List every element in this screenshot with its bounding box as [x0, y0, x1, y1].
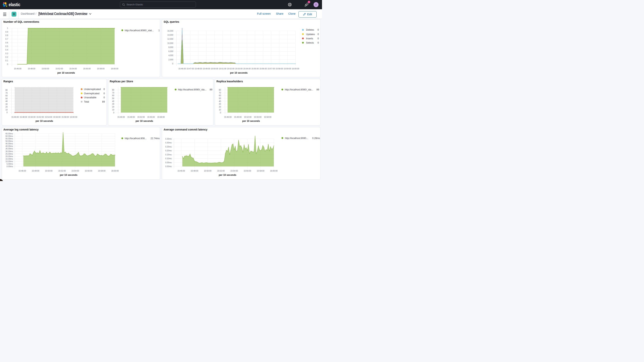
svg-text:30: 30 [6, 103, 8, 105]
svg-text:15:52:00: 15:52:00 [56, 68, 63, 70]
svg-text:8,000: 8,000 [168, 46, 173, 48]
svg-text:40.00ms: 40.00ms [6, 145, 13, 147]
svg-text:http://localhost:8080...: http://localhost:8080... [285, 137, 308, 140]
svg-text:15:52:00: 15:52:00 [244, 116, 252, 118]
svg-text:15:47:00: 15:47:00 [186, 68, 194, 70]
svg-text:10,000: 10,000 [167, 42, 173, 44]
svg-text:5.00ms: 5.00ms [6, 163, 13, 165]
svg-text:55.00ms: 55.00ms [6, 138, 13, 140]
svg-text:16:00:00: 16:00:00 [70, 116, 77, 118]
svg-text:0: 0 [172, 63, 173, 65]
svg-text:0.3: 0.3 [6, 52, 8, 54]
svg-text:15:48:00: 15:48:00 [194, 68, 202, 70]
svg-text:15:55:00: 15:55:00 [254, 116, 262, 118]
svg-text:15:46:00: 15:46:00 [18, 170, 26, 172]
svg-text:14,000: 14,000 [167, 34, 173, 36]
svg-text:15:49:00: 15:49:00 [234, 116, 242, 118]
svg-text:45.00ms: 45.00ms [6, 143, 13, 145]
svg-text:http://localhost:8080/_sta...: http://localhost:8080/_sta... [285, 88, 313, 91]
svg-text:20: 20 [112, 106, 114, 108]
svg-text:Selects: Selects [306, 42, 314, 44]
svg-text:15:56:00: 15:56:00 [259, 68, 267, 70]
svg-text:15:52:00: 15:52:00 [227, 68, 234, 70]
svg-text:80: 80 [219, 89, 221, 91]
svg-text:Number of SQL connections: Number of SQL connections [4, 20, 39, 23]
svg-text:60: 60 [112, 94, 114, 96]
svg-text:0.00ms: 0.00ms [165, 166, 172, 168]
svg-text:per 10 seconds: per 10 seconds [60, 174, 77, 176]
svg-text:per 10 seconds: per 10 seconds [219, 174, 236, 176]
svg-text:89: 89 [102, 100, 105, 103]
svg-text:15:58:00: 15:58:00 [257, 170, 264, 172]
svg-text:15:58:00: 15:58:00 [62, 116, 69, 118]
svg-text:0.10ms: 0.10ms [165, 158, 172, 160]
svg-text:15:54:00: 15:54:00 [230, 170, 238, 172]
svg-text:15:52:00: 15:52:00 [36, 116, 44, 118]
svg-text:80: 80 [6, 89, 8, 91]
svg-text:0.7: 0.7 [6, 38, 8, 40]
svg-text:Underreplicated: Underreplicated [84, 88, 101, 90]
svg-text:15:57:00: 15:57:00 [268, 68, 275, 70]
svg-text:per 10 seconds: per 10 seconds [36, 120, 53, 122]
svg-text:15:56:00: 15:56:00 [83, 68, 90, 70]
svg-text:15:46:00: 15:46:00 [14, 68, 22, 70]
svg-text:70: 70 [219, 92, 221, 94]
svg-text:0: 0 [104, 88, 105, 90]
svg-text:1: 1 [158, 29, 160, 32]
svg-text:0.6: 0.6 [6, 42, 8, 44]
svg-text:0.9: 0.9 [6, 31, 8, 33]
svg-text:15:50:00: 15:50:00 [204, 170, 212, 172]
svg-text:SQL queries: SQL queries [164, 20, 179, 23]
svg-text:15:56:00: 15:56:00 [85, 170, 92, 172]
svg-text:15:50:00: 15:50:00 [211, 68, 218, 70]
svg-text:15:52:00: 15:52:00 [217, 170, 225, 172]
svg-text:15:54:00: 15:54:00 [69, 68, 77, 70]
svg-text:15:58:00: 15:58:00 [98, 170, 106, 172]
svg-text:http://localhost:8080/_stat...: http://localhost:8080/_stat... [125, 29, 154, 32]
svg-text:12,000: 12,000 [167, 38, 173, 40]
svg-text:0.35ms: 0.35ms [165, 138, 172, 140]
svg-text:15:52:00: 15:52:00 [137, 116, 145, 118]
svg-text:20: 20 [6, 106, 8, 108]
svg-text:15:56:00: 15:56:00 [53, 116, 60, 118]
svg-text:Updates: Updates [306, 33, 315, 36]
svg-text:15:55:00: 15:55:00 [147, 116, 155, 118]
svg-text:0.26ms: 0.26ms [312, 137, 320, 140]
svg-text:15:55:00: 15:55:00 [251, 68, 259, 70]
svg-text:0: 0 [318, 28, 319, 31]
svg-text:http://localhost:808...: http://localhost:808... [125, 137, 146, 140]
svg-text:15:49:00: 15:49:00 [127, 116, 135, 118]
svg-text:0: 0 [318, 33, 319, 36]
svg-text:Ranges: Ranges [4, 80, 13, 83]
svg-text:15:50:00: 15:50:00 [28, 116, 36, 118]
svg-text:15:48:00: 15:48:00 [32, 170, 39, 172]
svg-text:0.5: 0.5 [6, 45, 8, 48]
svg-text:30.00ms: 30.00ms [6, 150, 13, 152]
svg-text:15:48:00: 15:48:00 [20, 116, 27, 118]
svg-text:0: 0 [220, 112, 221, 114]
svg-text:Replicas per Store: Replicas per Store [110, 80, 133, 83]
svg-text:Average command commit latency: Average command commit latency [164, 128, 208, 131]
svg-text:6,000: 6,000 [168, 50, 173, 52]
svg-text:22.74ms: 22.74ms [150, 137, 160, 140]
svg-text:0: 0 [6, 112, 8, 114]
svg-text:per 10 seconds: per 10 seconds [230, 72, 248, 74]
svg-text:16:00:00: 16:00:00 [292, 68, 299, 70]
svg-text:Inserts: Inserts [306, 37, 313, 40]
svg-text:50.00ms: 50.00ms [6, 140, 13, 142]
svg-text:80: 80 [112, 89, 114, 91]
svg-text:60: 60 [6, 95, 8, 97]
svg-text:0: 0 [318, 42, 319, 44]
svg-text:1: 1 [7, 27, 8, 29]
svg-text:15:48:00: 15:48:00 [28, 68, 35, 70]
svg-text:Overreplicated: Overreplicated [84, 92, 100, 95]
svg-text:0.30ms: 0.30ms [165, 142, 172, 144]
svg-text:30: 30 [219, 103, 221, 105]
svg-text:15.00ms: 15.00ms [6, 158, 13, 160]
svg-text:0.15ms: 0.15ms [165, 154, 172, 156]
svg-text:15:54:00: 15:54:00 [243, 68, 251, 70]
svg-text:15:52:00: 15:52:00 [58, 170, 66, 172]
svg-text:15:49:00: 15:49:00 [203, 68, 210, 70]
svg-text:15:46:00: 15:46:00 [12, 116, 19, 118]
svg-text:20: 20 [219, 106, 221, 108]
